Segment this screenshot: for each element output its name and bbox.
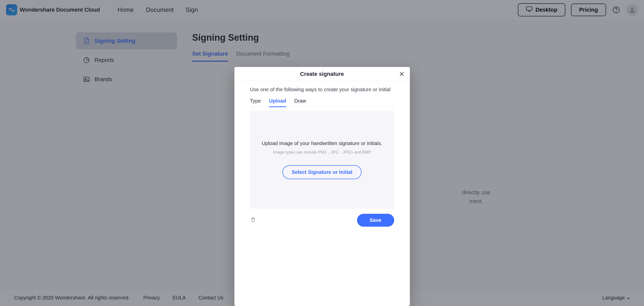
select-signature-button[interactable]: Select Signature or Initial: [282, 165, 361, 179]
modal-footer: Save: [250, 209, 394, 227]
modal-header: Create signature: [234, 67, 410, 81]
modal-overlay: Create signature Use one of the followin…: [0, 0, 644, 306]
modal-tab-type[interactable]: Type: [250, 96, 261, 107]
save-button[interactable]: Save: [357, 214, 394, 227]
upload-note: Image types can include PNG，JPG，JPEG and…: [273, 150, 371, 155]
trash-icon: [250, 217, 256, 223]
upload-heading: Upload image of your handwritten signatu…: [262, 140, 382, 146]
modal-subtitle: Use one of the following ways to create …: [250, 87, 394, 92]
modal-tab-draw[interactable]: Draw: [294, 96, 306, 107]
modal-tabs: Type Upload Draw: [250, 96, 394, 107]
create-signature-modal: Create signature Use one of the followin…: [234, 67, 410, 306]
delete-signature-button[interactable]: [250, 217, 257, 224]
upload-dropzone[interactable]: Upload image of your handwritten signatu…: [250, 111, 394, 209]
modal-close-button[interactable]: [398, 70, 405, 78]
modal-body: Use one of the following ways to create …: [234, 81, 410, 233]
close-icon: [399, 71, 405, 77]
modal-tab-upload[interactable]: Upload: [269, 96, 286, 107]
modal-title: Create signature: [300, 71, 344, 77]
